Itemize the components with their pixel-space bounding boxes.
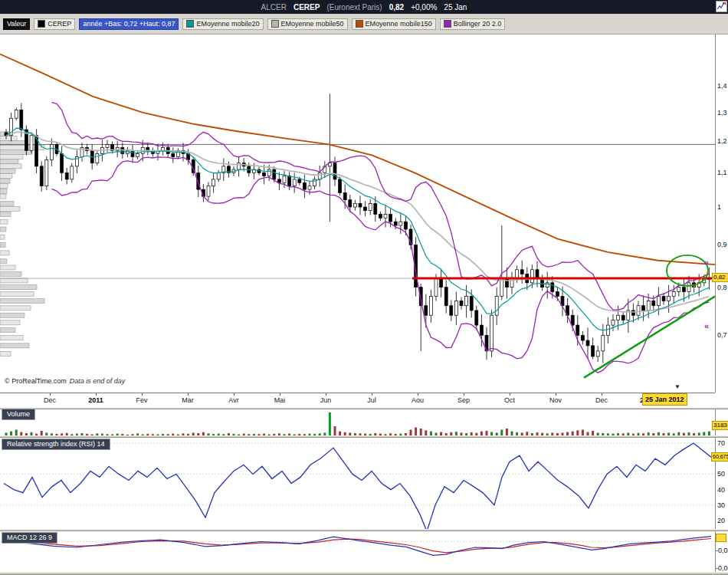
ma150-line: [0, 54, 715, 265]
rsi-canvas[interactable]: [0, 438, 715, 529]
bollinger-projection-up-icon: «: [704, 258, 709, 266]
rsi-value-badge: 60,6752: [711, 452, 728, 462]
volume-profile-bar: [0, 227, 6, 232]
indicator-chip-ma50[interactable]: EMoyenne mobile50: [267, 18, 348, 30]
month-label: Dec: [36, 396, 64, 404]
volume-profile-bar: [0, 206, 20, 211]
month-label: Nov: [542, 396, 569, 404]
breakout-circle-annotation[interactable]: [667, 255, 708, 286]
month-tick: [326, 393, 326, 396]
bollinger-label: Bollinger 20 2.0: [454, 19, 502, 29]
volume-profile-bar: [0, 194, 6, 199]
month-label: Oct: [496, 396, 523, 404]
legend-bar: Valeur CEREP année +Bas: 0,72 +Haut: 0,8…: [0, 14, 728, 34]
volume-profile-bar: [0, 212, 11, 216]
volume-profile-bar: [0, 336, 23, 340]
price-chart-canvas[interactable]: [0, 34, 715, 393]
copyright-text: © ProRealTime.com: [5, 377, 67, 385]
volume-canvas[interactable]: [0, 409, 715, 435]
volume-profile-bar: [0, 201, 14, 205]
price-chart-panel: © ProRealTime.comData is end of day: [0, 34, 716, 393]
ma50-color-swatch: [271, 20, 279, 28]
price-change: +0,00%: [411, 3, 437, 12]
bollinger-color-swatch: [444, 20, 451, 28]
macd-panel: [0, 531, 716, 572]
month-label: Jul: [358, 396, 385, 404]
bollinger-lower-line: [51, 157, 709, 373]
current-date-badge: 25 Jan 2012: [642, 393, 687, 406]
indicator-chip-ma150[interactable]: EMoyenne mobile150: [352, 18, 436, 30]
volume-profile-bar: [0, 251, 9, 255]
price-axis-label: 1,2: [717, 137, 727, 145]
volume-profile-bar: [0, 169, 15, 173]
volume-profile-bar: [0, 328, 15, 333]
current-price-badge: 0,82: [712, 273, 728, 282]
popout-chart-icon[interactable]: [716, 1, 727, 12]
watermark: © ProRealTime.comData is end of day: [5, 377, 125, 385]
quote-bar: ALCER CEREP (Euronext Paris) 0,82 +0,00%…: [0, 0, 728, 14]
price-axis-label: 1: [717, 203, 721, 211]
volume-value-badge: 3183: [712, 421, 728, 430]
price-axis-label: 0,9: [717, 241, 727, 248]
price-axis-label: 1,3: [717, 109, 727, 117]
scroll-down-icon[interactable]: ▼: [674, 383, 680, 390]
month-tick: [418, 393, 418, 396]
volume-panel-button[interactable]: Volume: [2, 409, 35, 420]
rsi-panel: [0, 438, 716, 529]
indicator-chip-ma20[interactable]: EMoyenne mobile20: [182, 18, 263, 30]
volume-profile-bar: [0, 154, 23, 159]
ma20-color-swatch: [186, 20, 194, 28]
bottom-edge: [0, 572, 728, 575]
instrument-name: CEREP: [293, 3, 320, 12]
macd-value-marker: [716, 534, 726, 542]
month-tick: [96, 393, 97, 396]
month-tick: [234, 393, 234, 396]
proreal-time-window: ALCER CEREP (Euronext Paris) 0,82 +0,00%…: [0, 0, 728, 575]
month-label: Fev: [128, 396, 156, 404]
price-axis-label: 0,7: [717, 331, 727, 339]
data-note: Data is end of day: [70, 377, 126, 385]
rsi-panel-button[interactable]: Relative strength index (RSI) 14: [2, 439, 110, 450]
series-name-label: CEREP: [48, 19, 71, 29]
volume-profile-bar: [0, 292, 34, 297]
macd-canvas[interactable]: [0, 531, 715, 572]
series-color-swatch: [38, 20, 45, 28]
month-label: 2011: [82, 396, 110, 404]
rsi-axis-label: 50: [717, 470, 725, 478]
ma50-label: EMoyenne mobile50: [281, 19, 344, 29]
month-label: Aou: [404, 396, 431, 404]
macd-axis-label: -0,06: [716, 564, 728, 572]
month-tick: [372, 393, 372, 396]
rsi-line: [4, 443, 711, 529]
ma20-line: [6, 128, 709, 330]
month-label: Sep: [450, 396, 477, 404]
volume-profile-bar: [0, 259, 7, 264]
month-tick: [188, 393, 189, 396]
valeur-menu-button[interactable]: Valeur: [3, 18, 30, 30]
volume-profile-bar: [0, 242, 5, 247]
last-price: 0,82: [389, 3, 404, 12]
month-tick: [142, 393, 143, 396]
macd-panel-button[interactable]: MACD 12 26 9: [2, 532, 57, 544]
ma50-line: [6, 132, 709, 312]
volume-profile-bar: [0, 189, 7, 193]
month-tick: [464, 393, 464, 396]
rsi-axis-label: 70: [717, 439, 725, 447]
price-axis-label: 1,4: [717, 82, 727, 90]
month-tick: [50, 393, 51, 396]
month-label: Dec: [588, 396, 615, 404]
month-tick: [510, 393, 510, 396]
ma20-label: EMoyenne mobile20: [196, 19, 259, 29]
volume-profile-bar: [0, 136, 17, 141]
volume-profile-bar: [0, 271, 21, 276]
volume-profile-bar: [0, 219, 8, 224]
indicator-chip-bollinger[interactable]: Bollinger 20 2.0: [440, 18, 506, 30]
month-tick: [280, 393, 280, 396]
volume-profile-bar: [0, 320, 20, 325]
volume-profile-bar: [0, 179, 10, 183]
mini-chart-glyph: [717, 2, 726, 12]
volume-profile-bar: [0, 313, 25, 317]
month-tick: [602, 393, 602, 396]
series-chip[interactable]: CEREP: [34, 18, 75, 30]
date-axis[interactable]: Dec2011FevMarAvrMaiJunJulAouSepOctNovDec…: [0, 393, 715, 408]
